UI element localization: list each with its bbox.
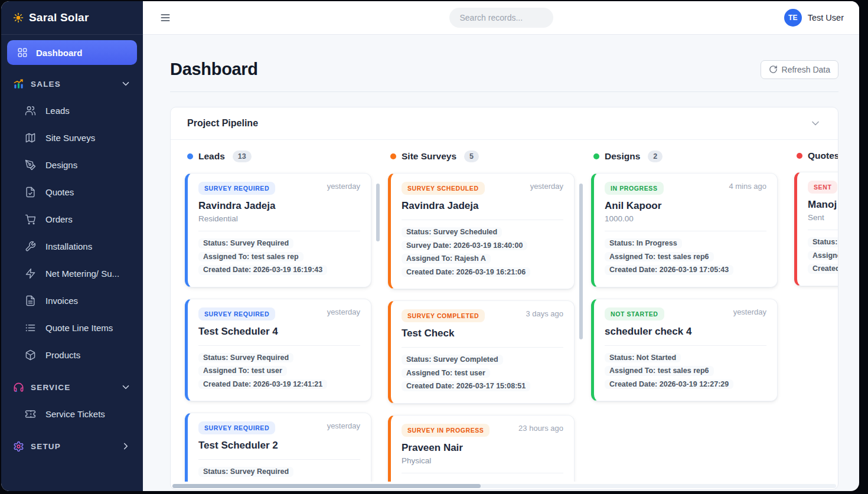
sidebar-item-label: Leads: [45, 106, 70, 116]
pipeline-card-manoj-t[interactable]: SENTManoj TSentStatus: SeAssigned TCreat…: [794, 172, 838, 286]
zap-icon: [25, 268, 36, 279]
file-check-icon: [25, 187, 36, 198]
refresh-icon: [769, 65, 778, 74]
sidebar-item-quote-line-items[interactable]: Quote Line Items: [1, 314, 143, 341]
pipeline-column-designs: Designs2IN PROGRESS4 mins agoAnil Kapoor…: [591, 151, 778, 482]
status-badge: SENT: [808, 181, 837, 194]
app-window: Saral Solar Dashboard SALESLeadsSite Sur…: [1, 1, 859, 491]
card-divider: [605, 345, 766, 346]
sidebar-item-label: Quote Line Items: [45, 323, 113, 333]
sidebar-item-label: Net Metering/ Su...: [45, 269, 119, 279]
pipeline-card-praveen-nair[interactable]: SURVEY IN PROGRESS23 hours agoPraveen Na…: [388, 415, 575, 482]
column-title: Site Surveys: [402, 151, 456, 162]
sidebar-item-label: Quotes: [45, 187, 74, 197]
horizontal-scrollbar-thumb[interactable]: [172, 484, 481, 488]
vertical-scrollbar-thumb[interactable]: [579, 184, 583, 339]
pipeline-card-anil-kapoor[interactable]: IN PROGRESS4 mins agoAnil Kapoor1000.00S…: [591, 173, 778, 287]
sidebar-item-net-metering-su[interactable]: Net Metering/ Su...: [1, 260, 143, 287]
cart-icon: [25, 214, 36, 225]
pen-tool-icon: [25, 159, 36, 171]
card-detail: Created Date: 2026-03-19 12:41:21: [198, 380, 327, 390]
card-timestamp: yesterday: [733, 307, 766, 316]
card-detail: Status: Se: [808, 237, 838, 247]
sidebar-item-label: Products: [45, 350, 80, 360]
sidebar-item-invoices[interactable]: Invoices: [1, 287, 143, 314]
sidebar-item-label: Dashboard: [36, 48, 82, 58]
card-subtitle: 1000.00: [605, 214, 766, 223]
card-timestamp: yesterday: [327, 421, 360, 430]
sidebar-item-products[interactable]: Products: [1, 341, 143, 368]
pipeline-card-test-scheduler-4[interactable]: SURVEY REQUIREDyesterdayTest Scheduler 4…: [185, 299, 371, 402]
column-title: Quotes: [808, 151, 838, 161]
chevron-down-icon: [120, 382, 131, 392]
status-badge: NOT STARTED: [605, 307, 664, 320]
refresh-data-button[interactable]: Refresh Data: [761, 60, 838, 79]
card-divider: [402, 347, 563, 348]
column-title: Leads: [198, 151, 225, 162]
card-detail: Survey Date: 2026-03-19 18:40:00: [402, 241, 527, 251]
sidebar-item-leads[interactable]: Leads: [1, 97, 143, 124]
pipeline-card-test-scheduler-2[interactable]: SURVEY REQUIREDyesterdayTest Scheduler 2…: [185, 413, 371, 482]
sidebar-item-installations[interactable]: Installations: [1, 233, 143, 260]
sidebar: Saral Solar Dashboard SALESLeadsSite Sur…: [1, 1, 143, 491]
sidebar-section-sales[interactable]: SALES: [1, 71, 143, 97]
card-timestamp: 4 mins ago: [729, 182, 766, 191]
sidebar-item-label: Invoices: [45, 296, 78, 306]
gear-icon: [13, 441, 24, 452]
card-subtitle: Sent: [808, 213, 838, 222]
sidebar-item-dashboard[interactable]: Dashboard: [7, 40, 137, 65]
card-divider: [198, 231, 360, 231]
card-detail: Created Date: 2026-03-17 15:08:51: [402, 381, 530, 391]
sidebar-item-orders[interactable]: Orders: [1, 205, 143, 233]
sun-icon: [13, 12, 24, 23]
sidebar-item-designs[interactable]: Designs: [1, 151, 143, 178]
card-title: scheduler check 4: [605, 326, 766, 338]
panel-title: Project Pipeline: [187, 118, 258, 129]
pipeline-card-ravindra-jadeja[interactable]: SURVEY REQUIREDyesterdayRavindra JadejaR…: [185, 173, 371, 287]
pipeline-column-leads: Leads13SURVEY REQUIREDyesterdayRavindra …: [185, 151, 371, 482]
card-title: Ravindra Jadeja: [402, 200, 563, 212]
card-title: Manoj T: [808, 199, 838, 211]
sidebar-item-site-surveys[interactable]: Site Surveys: [1, 124, 143, 151]
kanban-board: Leads13SURVEY REQUIREDyesterdayRavindra …: [171, 140, 838, 482]
card-timestamp: yesterday: [530, 182, 563, 191]
menu-icon[interactable]: [159, 12, 171, 24]
section-label: SALES: [31, 80, 114, 89]
card-timestamp: 3 days ago: [526, 309, 563, 318]
card-title: Test Scheduler 4: [198, 326, 360, 338]
main-area: TE Test User Dashboard Refresh Data Proj…: [143, 1, 859, 491]
card-detail: Created Date: 2026-03-19 17:05:43: [605, 265, 733, 275]
pipeline-card-scheduler-check-4[interactable]: NOT STARTEDyesterdayscheduler check 4Sta…: [591, 299, 778, 402]
sidebar-section-service[interactable]: SERVICE: [1, 374, 143, 400]
sidebar-item-label: Installations: [45, 241, 92, 251]
pipeline-card-test-check[interactable]: SURVEY COMPLETED3 days agoTest CheckStat…: [388, 300, 575, 404]
card-detail: Status: Survey Required: [198, 238, 293, 248]
avatar[interactable]: TE: [784, 9, 802, 27]
pipeline-column-quotes: QuotesSENTManoj TSentStatus: SeAssigned …: [794, 151, 838, 482]
search-input[interactable]: [449, 8, 553, 28]
card-detail: Created Date: 2026-03-19 16:21:06: [402, 267, 530, 277]
pipeline-column-site-surveys: Site Surveys5SURVEY SCHEDULEDyesterdayRa…: [388, 151, 575, 482]
status-badge: SURVEY REQUIRED: [198, 421, 275, 434]
card-divider: [198, 345, 360, 346]
status-dot: [390, 153, 396, 159]
column-count-badge: 13: [233, 151, 252, 162]
card-divider: [198, 459, 360, 460]
sidebar-item-quotes[interactable]: Quotes: [1, 178, 143, 205]
horizontal-scrollbar[interactable]: [172, 484, 836, 488]
status-dot: [187, 153, 193, 159]
logo: Saral Solar: [1, 1, 143, 35]
card-title: Test Check: [402, 328, 563, 339]
pipeline-card-ravindra-jadeja[interactable]: SURVEY SCHEDULEDyesterdayRavindra Jadeja…: [388, 173, 575, 289]
card-title: Praveen Nair: [402, 442, 563, 454]
wrench-icon: [25, 241, 36, 252]
chevron-down-icon[interactable]: [810, 117, 821, 129]
user-menu[interactable]: TE Test User: [784, 9, 844, 27]
vertical-scrollbar-thumb[interactable]: [376, 184, 380, 241]
sidebar-item-service-tickets[interactable]: Service Tickets: [1, 400, 143, 427]
sidebar-section-setup[interactable]: SETUP: [1, 433, 143, 459]
card-detail: Status: Survey Required: [198, 353, 293, 363]
sidebar-nav: Dashboard SALESLeadsSite SurveysDesignsQ…: [1, 35, 143, 491]
users-icon: [25, 105, 36, 116]
column-header: Quotes: [797, 151, 838, 161]
